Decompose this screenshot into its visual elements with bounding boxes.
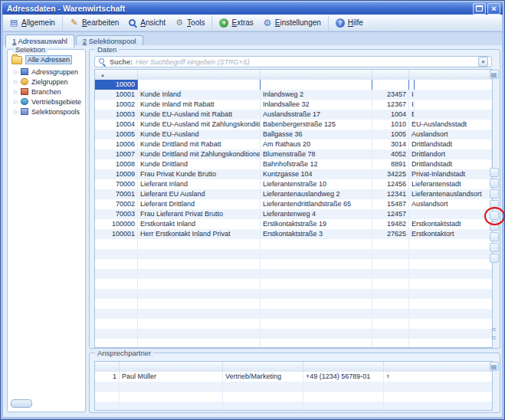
cell-adnr: 10007 xyxy=(95,149,138,159)
column-chooser-icon[interactable] xyxy=(490,70,499,79)
cell-name: Kunde Inland xyxy=(138,90,261,100)
tree-item[interactable]: Vertriebsgebiete xyxy=(8,97,85,107)
table-row[interactable]: 70000 Lieferant Inland Lieferantenstraße… xyxy=(95,179,492,189)
ansprechpartner-group-label: Ansprechpartner xyxy=(95,349,153,357)
tree-item-label: Adressgruppen xyxy=(31,68,78,76)
expander-icon[interactable] xyxy=(14,87,21,97)
maximize-button[interactable] xyxy=(473,3,486,15)
table-row[interactable]: 10007 Kunde Drittland mit Zahlungskondit… xyxy=(95,149,492,159)
cell-strasse: Blumenstraße 78 xyxy=(261,149,372,159)
menu-item-label: Allgemein xyxy=(21,18,55,27)
menu-item[interactable]: Hilfe xyxy=(331,15,368,31)
window-controls xyxy=(473,3,503,15)
search-label: Suche: xyxy=(110,58,133,66)
table-row[interactable]: 10002 Kunde Inland mit Rabatt Inlandsall… xyxy=(95,100,207,110)
tree-scrollbar[interactable] xyxy=(11,399,32,408)
app-window: Adressdaten - Warenwirtschaft Allgemein … xyxy=(0,0,505,420)
cell-adnr: 100000 xyxy=(95,219,138,229)
menu-item[interactable]: Ansicht xyxy=(123,15,170,31)
cell-plz: 1010 xyxy=(372,120,409,130)
cell-adnr: 10000 xyxy=(95,80,138,90)
menubar: Allgemein Bearbeiten Ansicht Tools Extra… xyxy=(3,15,502,31)
cell-name: Herr Erstkontakt Inland Privat xyxy=(138,229,261,239)
tree-root-label: Alle Adressen xyxy=(25,55,72,64)
cell-name: Lieferant Drittland xyxy=(138,199,261,209)
daten-groupbox: Daten Suche: Hier Suchbegriff eingeben (… xyxy=(89,49,500,349)
cell-plz: 23457 xyxy=(372,90,409,100)
cell-plz: 12456 xyxy=(372,179,409,189)
filter-icon[interactable] xyxy=(478,57,488,67)
expander-icon[interactable] xyxy=(14,97,21,107)
expander-icon[interactable] xyxy=(14,77,21,87)
cell-name: Kunde Drittland mit Rabatt xyxy=(138,139,261,149)
cell-ort: Inlandstadt xyxy=(409,90,415,100)
column-header[interactable] xyxy=(95,362,120,372)
column-header[interactable] xyxy=(120,362,223,372)
table-row[interactable]: 10004 Kunde EU-Ausland mit Zahlungskondi… xyxy=(95,120,492,130)
close-button[interactable] xyxy=(487,3,500,15)
expander-icon[interactable] xyxy=(14,107,21,116)
cell-name: Lieferant Inland xyxy=(138,179,261,189)
tree-item[interactable]: Zielgruppen xyxy=(8,77,85,87)
titlebar: Adressdaten - Warenwirtschaft xyxy=(2,2,503,15)
address-table: 10000 Kunde Inland mit Zahlungskondition… xyxy=(94,69,493,348)
menu-item-label: Hilfe xyxy=(348,18,363,27)
table-row[interactable]: 70001 Lieferant EU Ausland Lieferantenau… xyxy=(95,189,492,199)
menu-item[interactable]: Einstellungen xyxy=(258,15,329,31)
table-row[interactable]: 10006 Kunde Drittland mit Rabatt Am Rath… xyxy=(95,139,492,149)
tree-root-alle-adressen[interactable]: Alle Adressen xyxy=(11,55,85,64)
column-header[interactable] xyxy=(261,70,372,80)
cell-telefon: +49 (1234) 56789-01 xyxy=(303,372,384,382)
table-row[interactable]: 10003 Kunde EU-Ausland mit Rabatt Auslan… xyxy=(95,110,132,120)
column-header[interactable] xyxy=(223,362,303,372)
tree-item[interactable]: Branchen xyxy=(8,87,85,97)
selection-pools-icon xyxy=(21,108,28,115)
table-row[interactable]: 10000 Kunde Inland mit Zahlungskondition… xyxy=(95,80,138,90)
menu-item[interactable]: Extras xyxy=(215,15,257,31)
table-row[interactable]: 100000 Erstkontakt Inland Erstkontaktstr… xyxy=(95,219,492,229)
menu-item[interactable]: Allgemein xyxy=(5,15,63,31)
column-header[interactable] xyxy=(303,362,384,372)
cell-adnr: 10005 xyxy=(95,130,138,139)
table-row[interactable]: 10001 Kunde Inland Inlandsweg 2 23457 In… xyxy=(95,90,218,100)
menu-item[interactable]: Tools xyxy=(170,15,212,31)
menu-item[interactable]: Bearbeiten xyxy=(65,15,123,31)
cell-strasse: Bahnhofstraße 12 xyxy=(261,159,372,169)
content-area: Selektion Alle Adressen Adressgruppen Zi… xyxy=(3,45,502,417)
column-header[interactable] xyxy=(95,70,138,80)
cell-adnr: 10008 xyxy=(95,159,138,169)
cell-ort: Erstkontaktort xyxy=(409,229,492,239)
tree-item[interactable]: Adressgruppen xyxy=(8,67,85,77)
table-row[interactable]: 1 Paul Müller Vertrieb/Marketing +49 (12… xyxy=(95,372,120,382)
column-header[interactable] xyxy=(384,362,492,372)
column-header[interactable] xyxy=(409,70,492,80)
column-header[interactable] xyxy=(138,70,261,80)
cell-ort: Auslandsort xyxy=(409,130,492,139)
column-header[interactable] xyxy=(372,70,409,80)
cell-ort: EU-Auslandsort xyxy=(409,110,415,120)
table-row[interactable]: 70003 Frau Lieferant Privat Brutto Liefe… xyxy=(95,209,492,219)
table-row[interactable]: 70002 Lieferant Drittland Lieferantendri… xyxy=(95,199,492,209)
cell-name: Lieferant EU Ausland xyxy=(138,189,261,199)
table-row[interactable]: 10005 Kunde EU-Ausland Ballgasse 36 1005… xyxy=(95,130,492,139)
column-chooser-icon[interactable] xyxy=(490,362,499,371)
cell-adnr: 10004 xyxy=(95,120,138,130)
cell-adnr: 10001 xyxy=(95,90,138,100)
wave-icon[interactable] xyxy=(490,325,499,333)
tree-item[interactable]: Selektionspools xyxy=(8,107,85,116)
cell-ort: Erstkontaktstadt xyxy=(409,219,492,229)
expander-icon[interactable] xyxy=(14,67,21,77)
target-groups-icon xyxy=(21,78,28,85)
daten-group-label: Daten xyxy=(95,45,119,54)
table-row[interactable]: 10008 Kunde Drittland Bahnhofstraße 12 8… xyxy=(95,159,492,169)
tree-item-label: Selektionspools xyxy=(31,108,80,116)
table-row[interactable]: 100001 Herr Erstkontakt Inland Privat Er… xyxy=(95,229,492,239)
table-row[interactable]: 10009 Frau Privat Kunde Brutto Kuntzgass… xyxy=(95,169,492,179)
wave-icon[interactable] xyxy=(490,333,499,342)
cell-plz: 34225 xyxy=(372,169,409,179)
cell-ort: Inlandsort xyxy=(409,80,415,90)
cell-adnr: 10003 xyxy=(95,110,138,120)
tabstrip: 1 Adressauswahl 2 Selektionspool xyxy=(3,32,502,46)
cell-name: Kunde EU-Ausland mit Zahlungskonditionen xyxy=(138,120,261,130)
search-input[interactable]: Suche: Hier Suchbegriff eingeben (STRG+S… xyxy=(94,56,492,67)
